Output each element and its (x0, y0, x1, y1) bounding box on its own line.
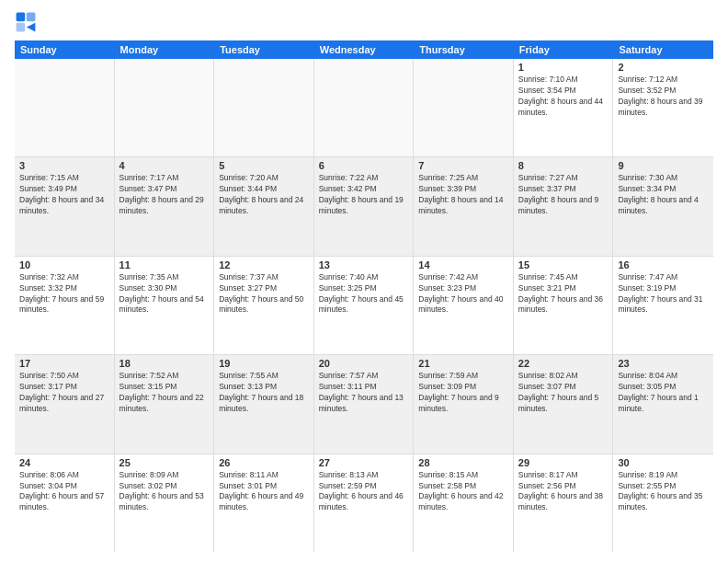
empty-cell (414, 59, 514, 156)
weekday-header: Monday (115, 40, 215, 59)
day-number: 1 (518, 62, 609, 73)
day-info: Sunrise: 8:04 AM Sunset: 3:05 PM Dayligh… (618, 371, 709, 415)
day-cell: 27Sunrise: 8:13 AM Sunset: 2:59 PM Dayli… (314, 454, 415, 552)
day-cell: 16Sunrise: 7:47 AM Sunset: 3:19 PM Dayli… (613, 257, 713, 354)
day-cell: 29Sunrise: 8:17 AM Sunset: 2:56 PM Dayli… (514, 454, 614, 552)
day-cell: 25Sunrise: 8:09 AM Sunset: 3:02 PM Dayli… (115, 454, 215, 552)
day-info: Sunrise: 7:40 AM Sunset: 3:25 PM Dayligh… (319, 272, 409, 316)
day-info: Sunrise: 7:32 AM Sunset: 3:32 PM Dayligh… (19, 272, 109, 316)
day-cell: 15Sunrise: 7:45 AM Sunset: 3:21 PM Dayli… (514, 257, 614, 354)
day-number: 29 (518, 457, 609, 468)
day-info: Sunrise: 7:52 AM Sunset: 3:15 PM Dayligh… (119, 371, 210, 415)
day-cell: 7Sunrise: 7:25 AM Sunset: 3:39 PM Daylig… (414, 157, 514, 255)
day-number: 11 (119, 259, 210, 270)
day-number: 21 (418, 358, 508, 369)
day-info: Sunrise: 7:35 AM Sunset: 3:30 PM Dayligh… (119, 272, 210, 316)
calendar-row: 3Sunrise: 7:15 AM Sunset: 3:49 PM Daylig… (15, 157, 713, 256)
logo (15, 11, 40, 33)
day-cell: 19Sunrise: 7:55 AM Sunset: 3:13 PM Dayli… (214, 355, 314, 453)
day-cell: 14Sunrise: 7:42 AM Sunset: 3:23 PM Dayli… (414, 257, 514, 354)
day-number: 22 (518, 358, 609, 369)
weekday-header: Thursday (414, 40, 514, 59)
day-info: Sunrise: 7:25 AM Sunset: 3:39 PM Dayligh… (418, 173, 508, 217)
day-info: Sunrise: 7:12 AM Sunset: 3:52 PM Dayligh… (618, 75, 709, 119)
day-cell: 30Sunrise: 8:19 AM Sunset: 2:55 PM Dayli… (613, 454, 713, 552)
day-number: 2 (618, 62, 709, 73)
day-cell: 28Sunrise: 8:15 AM Sunset: 2:58 PM Dayli… (414, 454, 514, 552)
day-info: Sunrise: 7:27 AM Sunset: 3:37 PM Dayligh… (518, 173, 609, 217)
day-info: Sunrise: 7:55 AM Sunset: 3:13 PM Dayligh… (219, 371, 309, 415)
day-number: 3 (19, 160, 109, 171)
day-number: 23 (618, 358, 709, 369)
day-number: 17 (19, 358, 109, 369)
page: SundayMondayTuesdayWednesdayThursdayFrid… (0, 0, 728, 563)
day-number: 9 (618, 160, 709, 171)
day-info: Sunrise: 7:17 AM Sunset: 3:47 PM Dayligh… (119, 173, 210, 217)
calendar-row: 17Sunrise: 7:50 AM Sunset: 3:17 PM Dayli… (15, 355, 713, 454)
day-number: 25 (119, 457, 210, 468)
day-number: 10 (19, 259, 109, 270)
day-number: 26 (219, 457, 309, 468)
day-cell: 12Sunrise: 7:37 AM Sunset: 3:27 PM Dayli… (214, 257, 314, 354)
day-number: 4 (119, 160, 210, 171)
day-cell: 1Sunrise: 7:10 AM Sunset: 3:54 PM Daylig… (514, 59, 614, 156)
day-number: 24 (19, 457, 109, 468)
day-number: 5 (219, 160, 309, 171)
day-cell: 22Sunrise: 8:02 AM Sunset: 3:07 PM Dayli… (514, 355, 614, 453)
weekday-header: Sunday (15, 40, 115, 59)
day-info: Sunrise: 8:19 AM Sunset: 2:55 PM Dayligh… (618, 470, 709, 514)
day-number: 19 (219, 358, 309, 369)
empty-cell (314, 59, 415, 156)
day-number: 7 (418, 160, 508, 171)
calendar-header: SundayMondayTuesdayWednesdayThursdayFrid… (15, 40, 713, 59)
weekday-header: Friday (514, 40, 614, 59)
day-cell: 4Sunrise: 7:17 AM Sunset: 3:47 PM Daylig… (115, 157, 215, 255)
day-cell: 2Sunrise: 7:12 AM Sunset: 3:52 PM Daylig… (613, 59, 713, 156)
day-cell: 8Sunrise: 7:27 AM Sunset: 3:37 PM Daylig… (514, 157, 614, 255)
day-info: Sunrise: 7:20 AM Sunset: 3:44 PM Dayligh… (219, 173, 309, 217)
day-cell: 6Sunrise: 7:22 AM Sunset: 3:42 PM Daylig… (314, 157, 415, 255)
day-info: Sunrise: 8:11 AM Sunset: 3:01 PM Dayligh… (219, 470, 309, 514)
svg-rect-0 (17, 13, 26, 22)
day-info: Sunrise: 7:15 AM Sunset: 3:49 PM Dayligh… (19, 173, 109, 217)
svg-rect-2 (17, 23, 26, 32)
day-info: Sunrise: 7:57 AM Sunset: 3:11 PM Dayligh… (319, 371, 409, 415)
day-number: 15 (518, 259, 609, 270)
day-info: Sunrise: 7:50 AM Sunset: 3:17 PM Dayligh… (19, 371, 109, 415)
weekday-header: Saturday (613, 40, 713, 59)
header (15, 11, 713, 33)
day-info: Sunrise: 7:30 AM Sunset: 3:34 PM Dayligh… (618, 173, 709, 217)
day-cell: 9Sunrise: 7:30 AM Sunset: 3:34 PM Daylig… (613, 157, 713, 255)
day-info: Sunrise: 8:13 AM Sunset: 2:59 PM Dayligh… (319, 470, 409, 514)
day-number: 12 (219, 259, 309, 270)
day-number: 8 (518, 160, 609, 171)
day-cell: 23Sunrise: 8:04 AM Sunset: 3:05 PM Dayli… (613, 355, 713, 453)
day-info: Sunrise: 7:42 AM Sunset: 3:23 PM Dayligh… (418, 272, 508, 316)
day-info: Sunrise: 7:47 AM Sunset: 3:19 PM Dayligh… (618, 272, 709, 316)
weekday-header: Wednesday (314, 40, 415, 59)
day-cell: 13Sunrise: 7:40 AM Sunset: 3:25 PM Dayli… (314, 257, 415, 354)
day-cell: 10Sunrise: 7:32 AM Sunset: 3:32 PM Dayli… (15, 257, 115, 354)
svg-rect-1 (27, 13, 36, 22)
day-info: Sunrise: 8:02 AM Sunset: 3:07 PM Dayligh… (518, 371, 609, 415)
day-info: Sunrise: 7:10 AM Sunset: 3:54 PM Dayligh… (518, 75, 609, 119)
day-cell: 5Sunrise: 7:20 AM Sunset: 3:44 PM Daylig… (214, 157, 314, 255)
day-cell: 20Sunrise: 7:57 AM Sunset: 3:11 PM Dayli… (314, 355, 415, 453)
day-number: 28 (418, 457, 508, 468)
day-cell: 11Sunrise: 7:35 AM Sunset: 3:30 PM Dayli… (115, 257, 215, 354)
calendar-row: 10Sunrise: 7:32 AM Sunset: 3:32 PM Dayli… (15, 257, 713, 355)
logo-icon (15, 11, 37, 33)
calendar-row: 24Sunrise: 8:06 AM Sunset: 3:04 PM Dayli… (15, 454, 713, 552)
day-number: 16 (618, 259, 709, 270)
calendar-row: 1Sunrise: 7:10 AM Sunset: 3:54 PM Daylig… (15, 59, 713, 157)
day-number: 18 (119, 358, 210, 369)
calendar-body: 1Sunrise: 7:10 AM Sunset: 3:54 PM Daylig… (15, 59, 713, 552)
weekday-header: Tuesday (214, 40, 314, 59)
day-number: 30 (618, 457, 709, 468)
day-cell: 3Sunrise: 7:15 AM Sunset: 3:49 PM Daylig… (15, 157, 115, 255)
day-cell: 17Sunrise: 7:50 AM Sunset: 3:17 PM Dayli… (15, 355, 115, 453)
empty-cell (214, 59, 314, 156)
day-info: Sunrise: 7:59 AM Sunset: 3:09 PM Dayligh… (418, 371, 508, 415)
day-info: Sunrise: 7:45 AM Sunset: 3:21 PM Dayligh… (518, 272, 609, 316)
day-number: 14 (418, 259, 508, 270)
